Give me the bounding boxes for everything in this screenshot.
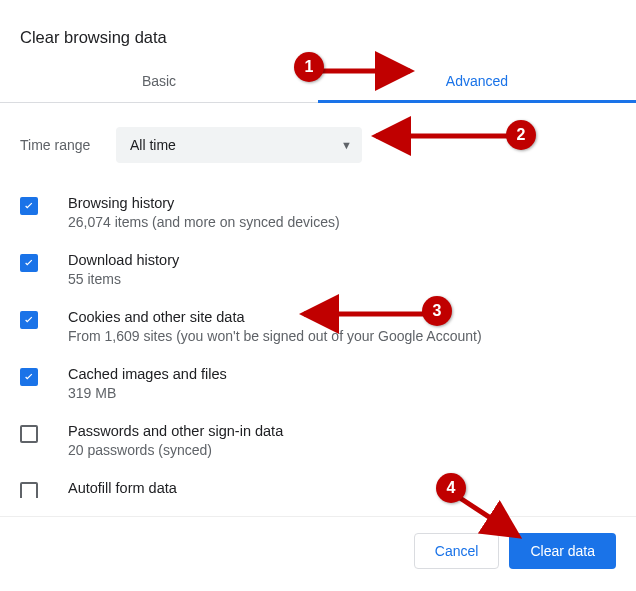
list-item: Download history55 items — [20, 238, 616, 295]
checkbox[interactable] — [20, 368, 38, 386]
item-title: Autofill form data — [68, 480, 177, 498]
checkbox[interactable] — [20, 197, 38, 215]
tab-advanced[interactable]: Advanced — [318, 59, 636, 102]
list-item: Browsing history26,074 items (and more o… — [20, 181, 616, 238]
item-subtitle: 26,074 items (and more on synced devices… — [68, 214, 340, 230]
annotation-badge-3: 3 — [422, 296, 452, 326]
item-subtitle: From 1,609 sites (you won't be signed ou… — [68, 328, 482, 344]
item-title: Browsing history — [68, 195, 340, 214]
chevron-down-icon: ▼ — [341, 139, 352, 151]
time-range-label: Time range — [20, 137, 116, 153]
clear-data-button[interactable]: Clear data — [509, 533, 616, 569]
clear-browsing-data-dialog: Clear browsing data Basic Advanced Time … — [0, 0, 636, 591]
checkbox[interactable] — [20, 482, 38, 498]
dialog-footer: Cancel Clear data — [0, 516, 636, 591]
item-title: Cookies and other site data — [68, 309, 482, 328]
cancel-button[interactable]: Cancel — [414, 533, 500, 569]
dialog-title: Clear browsing data — [0, 0, 636, 51]
item-title: Cached images and files — [68, 366, 227, 385]
annotation-badge-2: 2 — [506, 120, 536, 150]
item-subtitle: 20 passwords (synced) — [68, 442, 283, 458]
list-item: Passwords and other sign-in data20 passw… — [20, 409, 616, 466]
annotation-badge-4: 4 — [436, 473, 466, 503]
item-title: Download history — [68, 252, 179, 271]
content-scroll[interactable]: Time range All time ▼ Browsing history26… — [0, 103, 636, 498]
item-subtitle: 55 items — [68, 271, 179, 287]
list-item: Cookies and other site dataFrom 1,609 si… — [20, 295, 616, 352]
item-subtitle: 319 MB — [68, 385, 227, 401]
item-title: Passwords and other sign-in data — [68, 423, 283, 442]
checkbox[interactable] — [20, 311, 38, 329]
list-item: Autofill form data — [20, 466, 616, 498]
time-range-value: All time — [130, 137, 176, 153]
tab-basic[interactable]: Basic — [0, 59, 318, 102]
time-range-select[interactable]: All time ▼ — [116, 127, 362, 163]
list-item: Cached images and files319 MB — [20, 352, 616, 409]
checkbox[interactable] — [20, 254, 38, 272]
annotation-badge-1: 1 — [294, 52, 324, 82]
checkbox[interactable] — [20, 425, 38, 443]
